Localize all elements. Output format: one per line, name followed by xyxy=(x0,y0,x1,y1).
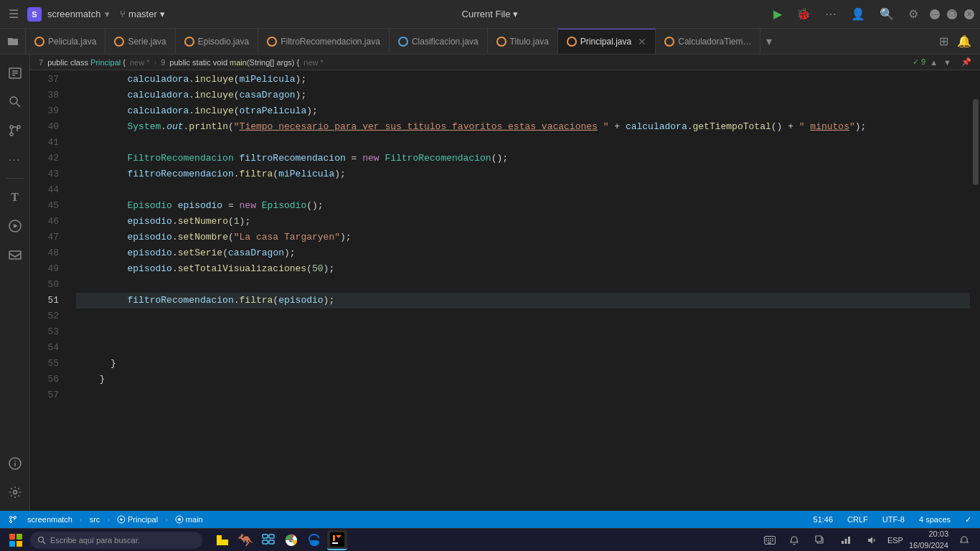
code-line-56: } xyxy=(76,372,970,387)
taskbar-icon-kangaroo[interactable]: 🦘 xyxy=(235,530,255,550)
taskbar-search-box[interactable]: Escribe aquí para buscar. xyxy=(30,532,202,549)
code-line-44 xyxy=(76,182,970,198)
status-bar-left: screenmatch › src › Principal › main xyxy=(6,515,806,524)
activity-settings[interactable] xyxy=(2,479,28,505)
status-position[interactable]: 51:46 xyxy=(811,515,837,524)
code-line-55: } xyxy=(76,356,970,372)
tray-notification-bell[interactable] xyxy=(954,530,974,550)
account-button[interactable]: 👤 xyxy=(847,4,870,24)
breadcrumb-class-line: 7 xyxy=(39,58,43,67)
tab-calculadora[interactable]: CalculadoraTiem… xyxy=(656,29,760,54)
code-content: 37 38 39 40 41 42 43 44 45 46 47 48 49 5… xyxy=(30,70,980,511)
tab-episodio[interactable]: Episodio.java xyxy=(176,29,258,54)
activity-explorer[interactable] xyxy=(2,60,28,86)
taskbar-icon-chrome[interactable] xyxy=(281,530,301,550)
maximize-button[interactable]: ❐ xyxy=(947,9,957,19)
svg-rect-37 xyxy=(332,542,338,544)
search-button[interactable]: 🔍 xyxy=(875,4,898,24)
svg-rect-23 xyxy=(17,534,22,540)
more-actions-button[interactable]: ⋯ xyxy=(821,4,841,24)
tab-split-button[interactable]: ⊞ xyxy=(936,33,951,50)
debug-button[interactable]: 🐞 xyxy=(792,4,815,24)
tray-network-icon[interactable] xyxy=(836,530,856,550)
activity-search[interactable] xyxy=(2,89,28,115)
tab-principal[interactable]: Principal.java ✕ xyxy=(558,29,656,54)
status-breadcrumb-class[interactable]: Principal xyxy=(114,515,161,524)
status-git-icon[interactable] xyxy=(6,515,20,524)
svg-point-8 xyxy=(10,133,13,136)
activity-more[interactable]: ··· xyxy=(2,146,28,172)
status-line-ending[interactable]: CRLF xyxy=(844,515,871,524)
taskbar-search-placeholder: Escribe aquí para buscar. xyxy=(50,536,140,545)
svg-rect-30 xyxy=(263,534,268,538)
line-num-39: 39 xyxy=(36,103,59,119)
code-body[interactable]: calculadora.incluye(miPelicula); calcula… xyxy=(65,70,970,511)
taskbar-icon-intellij[interactable] xyxy=(327,530,347,550)
activity-git[interactable] xyxy=(2,118,28,143)
branch-button[interactable]: ⑂ master ▾ xyxy=(116,7,169,21)
close-tab-principal[interactable]: ✕ xyxy=(638,37,646,47)
svg-rect-49 xyxy=(816,536,821,542)
current-file-button[interactable]: Current File ▾ xyxy=(456,6,524,22)
close-button[interactable]: ✕ xyxy=(964,9,974,19)
tab-clasificacion[interactable]: Clasificacion.java xyxy=(390,29,488,54)
scrollbar-thumb[interactable] xyxy=(973,99,979,185)
minimize-button[interactable]: — xyxy=(930,9,940,19)
svg-rect-50 xyxy=(842,541,844,544)
taskbar-icon-explorer[interactable] xyxy=(212,530,232,550)
tray-copy-icon[interactable] xyxy=(810,530,830,550)
tab-label-filtro: FiltroRecomendacion.java xyxy=(281,37,380,47)
svg-point-21 xyxy=(178,518,181,521)
tab-icon-episodio xyxy=(184,37,194,47)
status-breadcrumb-src[interactable]: src xyxy=(87,515,103,524)
app-name[interactable]: screenmatch ▾ xyxy=(47,9,110,19)
tab-bell-button[interactable]: 🔔 xyxy=(954,33,974,50)
tray-language[interactable]: ESP xyxy=(887,536,903,545)
svg-point-4 xyxy=(10,97,17,104)
status-breadcrumb-method[interactable]: main xyxy=(172,515,206,524)
tab-titulo[interactable]: Titulo.java xyxy=(488,29,558,54)
activity-video[interactable] xyxy=(2,213,28,239)
tab-filtro[interactable]: FiltroRecomendacion.java xyxy=(258,29,390,54)
app-icon: S xyxy=(27,7,42,22)
svg-rect-29 xyxy=(217,540,228,545)
tab-serie[interactable]: Serie.java xyxy=(105,29,175,54)
scrollbar[interactable] xyxy=(970,70,980,511)
tab-label-serie: Serie.java xyxy=(128,37,166,47)
pin-icon[interactable]: 📌 xyxy=(961,57,971,67)
tab-label-clasificacion: Clasificacion.java xyxy=(412,37,479,47)
status-encoding[interactable]: UTF-8 xyxy=(880,515,908,524)
tab-label-pelicula: Pelicula.java xyxy=(48,37,96,47)
status-check[interactable]: ✓ xyxy=(962,515,974,524)
activity-info[interactable] xyxy=(2,451,28,476)
taskbar-icon-edge[interactable] xyxy=(304,530,324,550)
activity-inbox[interactable] xyxy=(2,242,28,268)
run-button[interactable]: ▶ xyxy=(769,4,786,24)
status-encoding-text: UTF-8 xyxy=(882,515,905,524)
caret-up[interactable]: ▲ xyxy=(930,58,938,67)
tab-pelicula[interactable]: Pelicula.java xyxy=(26,29,105,54)
svg-rect-25 xyxy=(17,541,22,547)
line-num-44: 44 xyxy=(36,182,59,198)
hamburger-icon[interactable]: ☰ xyxy=(6,4,22,24)
start-button[interactable] xyxy=(6,530,26,550)
tray-volume-icon[interactable] xyxy=(862,530,882,550)
status-indent[interactable]: 4 spaces xyxy=(916,515,953,524)
status-breadcrumb-project[interactable]: screenmatch xyxy=(24,515,75,524)
line-numbers: 37 38 39 40 41 42 43 44 45 46 47 48 49 5… xyxy=(30,70,65,511)
current-file-caret: ▾ xyxy=(513,9,518,19)
svg-rect-44 xyxy=(768,540,769,542)
svg-rect-36 xyxy=(330,532,344,547)
status-indent-text: 4 spaces xyxy=(919,515,951,524)
tray-keyboard[interactable] xyxy=(761,536,778,545)
activity-text[interactable]: T xyxy=(2,184,28,210)
tab-overflow-button[interactable]: ▾ xyxy=(760,29,778,54)
taskbar-icon-taskview[interactable] xyxy=(258,530,278,550)
tray-notifications-area[interactable] xyxy=(784,530,804,550)
check-count: ✓ 9 xyxy=(913,57,925,67)
title-bar-left: ☰ S screenmatch ▾ ⑂ master ▾ xyxy=(6,4,456,24)
settings-button[interactable]: ⚙ xyxy=(904,4,923,24)
caret-down[interactable]: ▼ xyxy=(943,58,951,67)
title-bar: ☰ S screenmatch ▾ ⑂ master ▾ Current Fil… xyxy=(0,0,980,29)
folder-button[interactable] xyxy=(0,29,26,54)
